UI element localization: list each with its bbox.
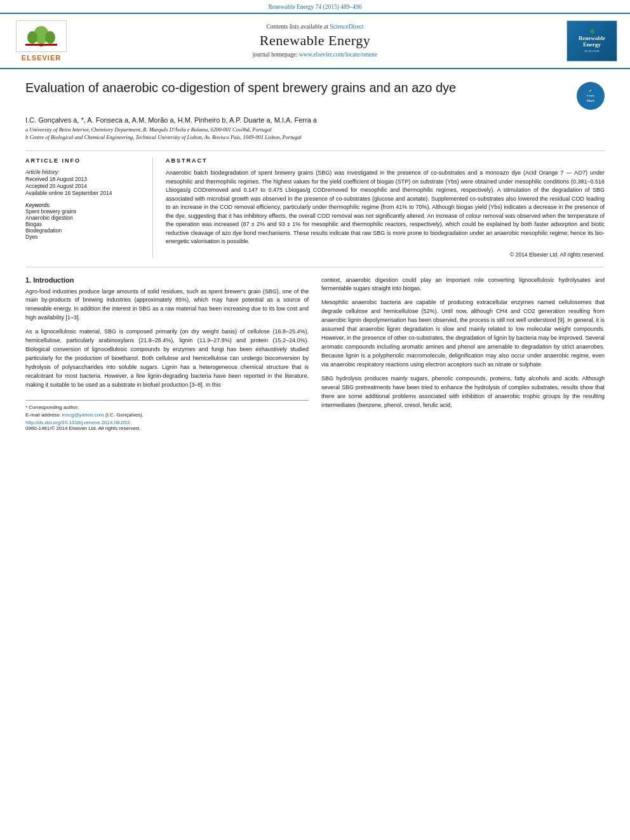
svg-point-2	[27, 31, 37, 44]
crossmark-label: ✓CrossMark	[587, 89, 594, 103]
history-label: Article history:	[25, 169, 140, 175]
article-title-section: Evaluation of anaerobic co-digestion of …	[25, 79, 605, 110]
main-right-column: context, anaerobic digestion could play …	[321, 276, 605, 431]
accepted-date: Accepted 20 August 2014	[25, 183, 87, 189]
available-date: Available online 16 September 2014	[25, 190, 112, 196]
sciencedirect-link[interactable]: ScienceDirect	[330, 23, 363, 30]
homepage-text: journal homepage: www.elsevier.com/locat…	[76, 51, 554, 58]
svg-rect-4	[25, 44, 57, 46]
main-content: 1. Introduction Agro-food industries pro…	[25, 276, 605, 431]
keywords-label: Keywords:	[25, 202, 51, 208]
affiliation-a: a University of Beira Interior, Chemistr…	[25, 126, 605, 133]
section-divider	[25, 267, 605, 267]
right-para3: SBG hydrolysis produces mainly sugars, p…	[321, 375, 605, 410]
elsevier-brand-text: ELSEVIER	[22, 54, 61, 62]
article-history: Article history: Received 18 August 2013…	[25, 169, 140, 196]
homepage-url[interactable]: www.elsevier.com/locate/renene	[299, 51, 377, 58]
journal-logo-title: RenewableEnergy	[579, 35, 605, 48]
doi-link[interactable]: http://dx.doi.org/10.1016/j.renene.2014.…	[25, 420, 309, 425]
article-info-title: ARTICLE INFO	[25, 157, 140, 164]
keywords-block: Keywords: Spent brewery grains Anaerobic…	[25, 201, 140, 240]
elsevier-logo-box	[16, 20, 67, 52]
affiliation-b: b Centre of Biological and Chemical Engi…	[25, 134, 605, 140]
email-note: E-mail address: inscg@yahoo.com (I.C. Go…	[25, 412, 309, 418]
right-para2: Mesophilic anaerobic bacteria are capabl…	[321, 298, 605, 370]
journal-logo-right: 🌿 RenewableEnergy ELSEVIER	[560, 20, 617, 62]
journal-header-center: Contents lists available at ScienceDirec…	[76, 23, 554, 59]
issn-text: 0960-1481/© 2014 Elsevier Ltd. All right…	[25, 425, 309, 431]
journal-title: Renewable Energy	[76, 32, 554, 49]
copyright-line: © 2014 Elsevier Ltd. All rights reserved…	[166, 251, 605, 258]
keyword-5: Dyes	[25, 234, 140, 240]
elsevier-logo: ELSEVIER	[13, 20, 70, 62]
elsevier-tree-icon	[22, 25, 60, 48]
intro-para1: Agro-food industries produce large amoun…	[25, 288, 309, 323]
keyword-2: Anaerobic digestion	[25, 215, 140, 221]
article-info-panel: ARTICLE INFO Article history: Received 1…	[25, 157, 140, 258]
abstract-text: Anaerobic batch biodegradation of spent …	[166, 169, 605, 246]
abstract-section: ABSTRACT Anaerobic batch biodegradation …	[166, 157, 605, 258]
abstract-title: ABSTRACT	[166, 157, 605, 164]
keyword-1: Spent brewery grains	[25, 208, 140, 215]
info-abstract-divider	[152, 157, 153, 258]
keyword-4: Biodegradation	[25, 227, 140, 234]
footnote-area: * Corresponding author. E-mail address: …	[25, 400, 309, 431]
crossmark-badge: ✓CrossMark	[577, 82, 605, 110]
contents-available-text: Contents lists available at ScienceDirec…	[76, 23, 554, 30]
corresponding-author-note: * Corresponding author.	[25, 404, 309, 410]
article-info-abstract: ARTICLE INFO Article history: Received 1…	[25, 150, 605, 258]
journal-logo-box: 🌿 RenewableEnergy ELSEVIER	[566, 20, 617, 62]
main-left-column: 1. Introduction Agro-food industries pro…	[25, 276, 309, 431]
right-para1: context, anaerobic digestion could play …	[321, 276, 605, 294]
keyword-3: Biogas	[25, 221, 140, 227]
intro-para2: As a lignocellulosic material, SBG is co…	[25, 328, 309, 390]
received-date: Received 18 August 2013	[25, 176, 87, 182]
journal-ref-text: Renewable Energy 74 (2015) 489–496	[268, 4, 361, 10]
svg-point-3	[45, 31, 55, 44]
article-body: Evaluation of anaerobic co-digestion of …	[0, 69, 630, 444]
intro-heading: 1. Introduction	[25, 276, 309, 284]
article-title: Evaluation of anaerobic co-digestion of …	[25, 79, 577, 96]
email-link[interactable]: inscg@yahoo.com	[62, 412, 104, 418]
journal-header: ELSEVIER Contents lists available at Sci…	[0, 13, 630, 69]
authors-line: I.C. Gonçalves a, *, A. Fonseca a, A.M. …	[25, 116, 605, 124]
journal-reference-bar: Renewable Energy 74 (2015) 489–496	[0, 0, 630, 13]
